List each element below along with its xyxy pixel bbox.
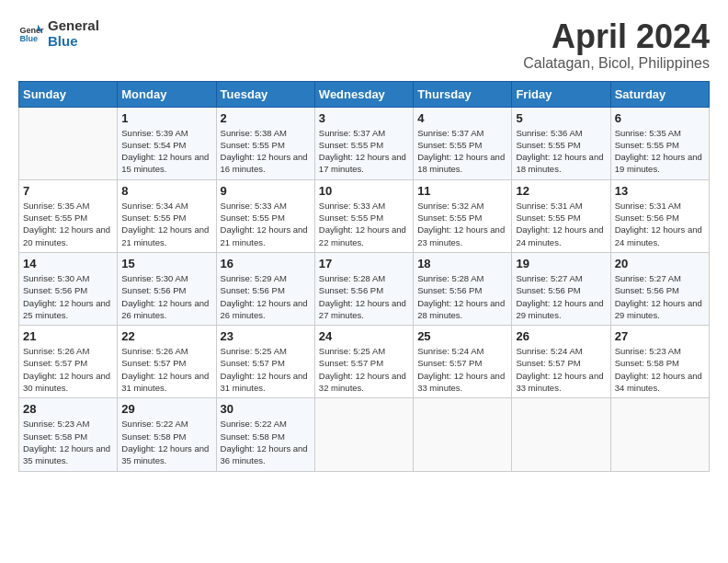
- calendar-cell: 24 Sunrise: 5:25 AMSunset: 5:57 PMDaylig…: [314, 326, 413, 398]
- day-number: 1: [121, 111, 211, 125]
- day-number: 18: [417, 257, 507, 270]
- day-info: Sunrise: 5:27 AMSunset: 5:56 PMDaylight:…: [615, 272, 705, 321]
- day-number: 27: [615, 329, 705, 343]
- day-info: Sunrise: 5:22 AMSunset: 5:58 PMDaylight:…: [221, 418, 311, 466]
- logo-text-line1: General: [48, 18, 99, 34]
- day-info: Sunrise: 5:35 AMSunset: 5:55 PMDaylight:…: [23, 200, 113, 248]
- logo-text-line2: Blue: [48, 34, 99, 50]
- day-number: 17: [319, 257, 409, 270]
- calendar-cell: 2 Sunrise: 5:38 AMSunset: 5:55 PMDayligh…: [216, 107, 314, 179]
- day-info: Sunrise: 5:31 AMSunset: 5:55 PMDaylight:…: [516, 200, 606, 248]
- day-info: Sunrise: 5:28 AMSunset: 5:56 PMDaylight:…: [319, 272, 409, 321]
- weekday-header-tuesday: Tuesday: [216, 81, 314, 107]
- day-number: 24: [319, 329, 409, 343]
- title-block: April 2024 Calatagan, Bicol, Philippines: [523, 18, 710, 72]
- calendar-cell: 13 Sunrise: 5:31 AMSunset: 5:56 PMDaylig…: [610, 179, 709, 252]
- calendar-week-row: 1 Sunrise: 5:39 AMSunset: 5:54 PMDayligh…: [19, 107, 710, 179]
- calendar-cell: [610, 398, 709, 471]
- calendar-cell: 7 Sunrise: 5:35 AMSunset: 5:55 PMDayligh…: [19, 179, 118, 252]
- day-info: Sunrise: 5:27 AMSunset: 5:56 PMDaylight:…: [516, 272, 606, 321]
- calendar-cell: 9 Sunrise: 5:33 AMSunset: 5:55 PMDayligh…: [216, 179, 314, 252]
- day-number: 29: [121, 402, 211, 416]
- day-number: 4: [417, 111, 507, 125]
- calendar-cell: [414, 398, 512, 471]
- calendar-cell: 8 Sunrise: 5:34 AMSunset: 5:55 PMDayligh…: [118, 179, 216, 252]
- day-number: 10: [319, 184, 409, 198]
- day-info: Sunrise: 5:35 AMSunset: 5:55 PMDaylight:…: [615, 127, 705, 176]
- day-info: Sunrise: 5:25 AMSunset: 5:57 PMDaylight:…: [221, 345, 311, 394]
- day-info: Sunrise: 5:28 AMSunset: 5:56 PMDaylight:…: [417, 272, 507, 321]
- svg-text:Blue: Blue: [19, 34, 38, 43]
- calendar-cell: 28 Sunrise: 5:23 AMSunset: 5:58 PMDaylig…: [19, 398, 118, 471]
- calendar-cell: 5 Sunrise: 5:36 AMSunset: 5:55 PMDayligh…: [512, 107, 610, 179]
- calendar-cell: 4 Sunrise: 5:37 AMSunset: 5:55 PMDayligh…: [414, 107, 512, 179]
- calendar-header: SundayMondayTuesdayWednesdayThursdayFrid…: [19, 81, 710, 107]
- location-title: Calatagan, Bicol, Philippines: [523, 55, 710, 72]
- calendar-cell: 16 Sunrise: 5:29 AMSunset: 5:56 PMDaylig…: [216, 252, 314, 325]
- day-info: Sunrise: 5:37 AMSunset: 5:55 PMDaylight:…: [319, 127, 409, 176]
- weekday-header-row: SundayMondayTuesdayWednesdayThursdayFrid…: [19, 81, 710, 107]
- day-info: Sunrise: 5:29 AMSunset: 5:56 PMDaylight:…: [221, 272, 311, 321]
- day-number: 21: [23, 329, 113, 343]
- day-number: 9: [221, 184, 311, 198]
- day-number: 30: [221, 402, 311, 416]
- day-number: 16: [221, 257, 311, 270]
- calendar-cell: 15 Sunrise: 5:30 AMSunset: 5:56 PMDaylig…: [118, 252, 216, 325]
- calendar-cell: 25 Sunrise: 5:24 AMSunset: 5:57 PMDaylig…: [414, 326, 512, 398]
- day-number: 5: [516, 111, 606, 125]
- calendar-cell: 11 Sunrise: 5:32 AMSunset: 5:55 PMDaylig…: [414, 179, 512, 252]
- weekday-header-saturday: Saturday: [610, 81, 709, 107]
- day-info: Sunrise: 5:26 AMSunset: 5:57 PMDaylight:…: [23, 345, 113, 394]
- day-number: 22: [121, 329, 211, 343]
- logo: General Blue General Blue: [18, 18, 99, 49]
- calendar-cell: 29 Sunrise: 5:22 AMSunset: 5:58 PMDaylig…: [118, 398, 216, 471]
- day-info: Sunrise: 5:23 AMSunset: 5:58 PMDaylight:…: [23, 418, 113, 466]
- day-number: 15: [121, 257, 211, 270]
- day-info: Sunrise: 5:26 AMSunset: 5:57 PMDaylight:…: [121, 345, 211, 394]
- calendar-cell: 20 Sunrise: 5:27 AMSunset: 5:56 PMDaylig…: [610, 252, 709, 325]
- day-number: 3: [319, 111, 409, 125]
- day-info: Sunrise: 5:34 AMSunset: 5:55 PMDaylight:…: [121, 200, 211, 248]
- calendar-body: 1 Sunrise: 5:39 AMSunset: 5:54 PMDayligh…: [19, 107, 710, 471]
- day-info: Sunrise: 5:23 AMSunset: 5:58 PMDaylight:…: [615, 345, 705, 394]
- day-info: Sunrise: 5:24 AMSunset: 5:57 PMDaylight:…: [417, 345, 507, 394]
- weekday-header-thursday: Thursday: [414, 81, 512, 107]
- calendar-cell: 3 Sunrise: 5:37 AMSunset: 5:55 PMDayligh…: [314, 107, 413, 179]
- day-info: Sunrise: 5:33 AMSunset: 5:55 PMDaylight:…: [221, 200, 311, 248]
- day-number: 20: [615, 257, 705, 270]
- calendar-cell: 19 Sunrise: 5:27 AMSunset: 5:56 PMDaylig…: [512, 252, 610, 325]
- calendar-cell: 12 Sunrise: 5:31 AMSunset: 5:55 PMDaylig…: [512, 179, 610, 252]
- day-number: 25: [417, 329, 507, 343]
- weekday-header-wednesday: Wednesday: [314, 81, 413, 107]
- day-number: 19: [516, 257, 606, 270]
- calendar-table: SundayMondayTuesdayWednesdayThursdayFrid…: [18, 81, 710, 472]
- day-info: Sunrise: 5:38 AMSunset: 5:55 PMDaylight:…: [221, 127, 311, 176]
- day-number: 12: [516, 184, 606, 198]
- month-title: April 2024: [523, 18, 710, 55]
- calendar-week-row: 14 Sunrise: 5:30 AMSunset: 5:56 PMDaylig…: [19, 252, 710, 325]
- day-number: 13: [615, 184, 705, 198]
- calendar-week-row: 21 Sunrise: 5:26 AMSunset: 5:57 PMDaylig…: [19, 326, 710, 398]
- day-info: Sunrise: 5:22 AMSunset: 5:58 PMDaylight:…: [121, 418, 211, 466]
- day-number: 8: [121, 184, 211, 198]
- day-info: Sunrise: 5:33 AMSunset: 5:55 PMDaylight:…: [319, 200, 409, 248]
- day-number: 11: [417, 184, 507, 198]
- day-number: 7: [23, 184, 113, 198]
- day-number: 26: [516, 329, 606, 343]
- day-info: Sunrise: 5:30 AMSunset: 5:56 PMDaylight:…: [23, 272, 113, 321]
- calendar-cell: 27 Sunrise: 5:23 AMSunset: 5:58 PMDaylig…: [610, 326, 709, 398]
- weekday-header-monday: Monday: [118, 81, 216, 107]
- calendar-cell: [512, 398, 610, 471]
- day-info: Sunrise: 5:30 AMSunset: 5:56 PMDaylight:…: [121, 272, 211, 321]
- day-number: 14: [23, 257, 113, 270]
- calendar-cell: 30 Sunrise: 5:22 AMSunset: 5:58 PMDaylig…: [216, 398, 314, 471]
- logo-icon: General Blue: [18, 21, 44, 47]
- day-info: Sunrise: 5:31 AMSunset: 5:56 PMDaylight:…: [615, 200, 705, 248]
- day-number: 28: [23, 402, 113, 416]
- day-number: 6: [615, 111, 705, 125]
- calendar-week-row: 28 Sunrise: 5:23 AMSunset: 5:58 PMDaylig…: [19, 398, 710, 471]
- day-number: 23: [221, 329, 311, 343]
- weekday-header-sunday: Sunday: [19, 81, 118, 107]
- calendar-cell: 23 Sunrise: 5:25 AMSunset: 5:57 PMDaylig…: [216, 326, 314, 398]
- calendar-cell: 14 Sunrise: 5:30 AMSunset: 5:56 PMDaylig…: [19, 252, 118, 325]
